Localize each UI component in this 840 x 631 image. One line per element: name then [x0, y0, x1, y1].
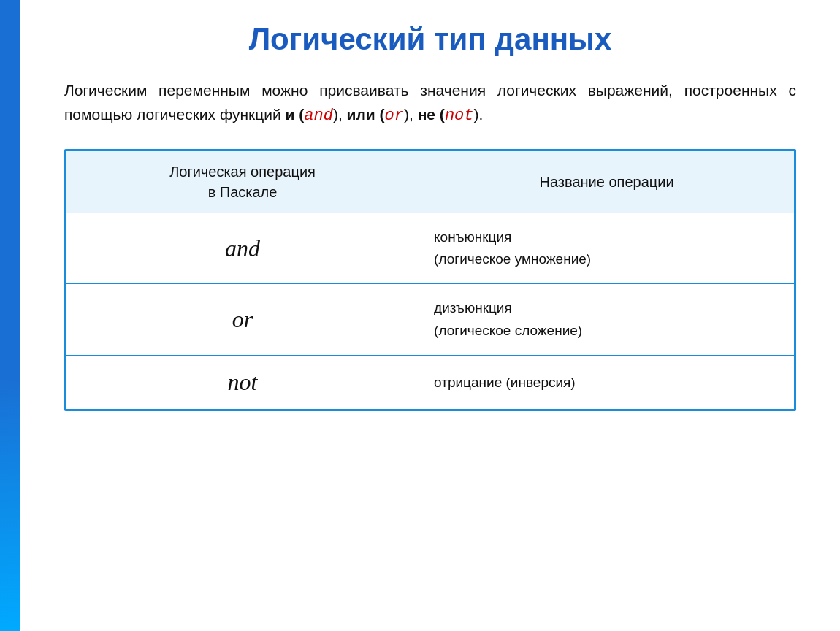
col1-header: Логическая операцияв Паскале	[66, 150, 419, 213]
keyword-cell-or: or	[66, 284, 419, 356]
intro-bold-not: не (	[418, 106, 445, 123]
table-row-and: and конъюнкция(логическое умножение)	[66, 213, 795, 284]
desc-cell-and: конъюнкция(логическое умножение)	[419, 213, 795, 284]
keyword-not: not	[445, 107, 474, 125]
intro-after-and: ),	[333, 106, 347, 123]
table-row-not: not отрицание (инверсия)	[66, 356, 795, 410]
left-accent-bar	[0, 0, 20, 631]
intro-paragraph: Логическим переменным можно присваивать …	[57, 79, 803, 129]
logic-table: Логическая операцияв Паскале Название оп…	[66, 150, 795, 410]
page-title: Логический тип данных	[57, 22, 803, 57]
keyword-cell-not: not	[66, 356, 419, 410]
intro-bold-or: или (	[347, 106, 385, 123]
table-row-or: or дизъюнкция(логическое сложение)	[66, 284, 795, 356]
desc-cell-or: дизъюнкция(логическое сложение)	[419, 284, 795, 356]
intro-bold-i: и (	[286, 106, 305, 123]
intro-after-not: ).	[473, 106, 483, 123]
table-header-row: Логическая операцияв Паскале Название оп…	[66, 150, 795, 213]
col2-header: Название операции	[419, 150, 795, 213]
desc-cell-not: отрицание (инверсия)	[419, 356, 795, 410]
keyword-and: and	[304, 107, 333, 125]
keyword-or: or	[385, 107, 404, 125]
keyword-cell-and: and	[66, 213, 419, 284]
intro-after-or: ),	[404, 106, 418, 123]
logic-table-container: Логическая операцияв Паскале Название оп…	[64, 149, 796, 412]
main-content: Логический тип данных Логическим перемен…	[20, 0, 840, 631]
